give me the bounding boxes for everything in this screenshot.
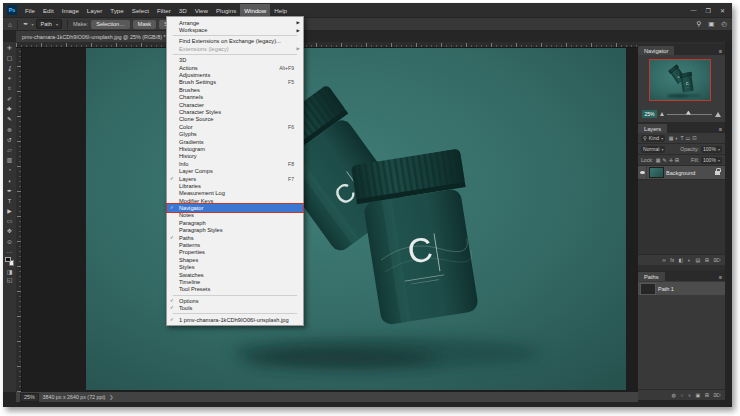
- pen-tool-icon[interactable]: ✒: [3, 186, 16, 196]
- share-icon[interactable]: ◴: [721, 20, 727, 28]
- lock-artboard-icon[interactable]: ⊞: [674, 157, 679, 163]
- link-layers-icon[interactable]: ∞: [662, 257, 667, 263]
- window-menu-item-brush-settings[interactable]: Brush SettingsF5: [167, 79, 303, 86]
- close-icon[interactable]: ✕: [720, 7, 725, 14]
- adjustment-filter-icon[interactable]: ◐: [675, 135, 679, 141]
- window-menu-item-1-pmv-chamara-1kcdh9io06i-unsplash-jpg[interactable]: ✓1 pmv-chamara-1kCDh9IO06I-unsplash.jpg: [167, 316, 303, 323]
- menubar-item-filter[interactable]: Filter: [153, 4, 175, 16]
- window-menu-item-shapes[interactable]: Shapes: [167, 256, 303, 263]
- workspace-switcher-icon[interactable]: ▣: [708, 20, 714, 28]
- eraser-tool-icon[interactable]: ▱: [3, 145, 16, 155]
- minimize-icon[interactable]: —: [691, 7, 697, 14]
- button-mask[interactable]: Mask: [133, 20, 156, 29]
- fill-path-icon[interactable]: ◍: [671, 392, 676, 398]
- panel-menu-icon[interactable]: ≡: [719, 274, 725, 281]
- window-menu-item-styles[interactable]: Styles: [167, 264, 303, 271]
- menubar-item-edit[interactable]: Edit: [39, 4, 58, 16]
- fill-value[interactable]: 100%▾: [701, 157, 722, 164]
- lock-transparency-icon[interactable]: ▦: [655, 157, 661, 163]
- window-menu-item-measurement-log[interactable]: Measurement Log: [167, 190, 303, 197]
- window-menu-item-modifier-keys[interactable]: Modifier Keys: [167, 197, 303, 204]
- menubar-item-plugins[interactable]: Plugins: [212, 4, 240, 16]
- history-brush-tool-icon[interactable]: ↺: [3, 135, 16, 145]
- layer-group-icon[interactable]: ▤: [695, 257, 701, 263]
- status-zoom-field[interactable]: 25%: [20, 393, 39, 402]
- quick-mask-icon[interactable]: ◨: [3, 268, 16, 276]
- paths-tab[interactable]: Paths: [638, 272, 665, 282]
- menubar-item-type[interactable]: Type: [106, 4, 127, 16]
- layers-tab[interactable]: Layers: [638, 124, 667, 134]
- panel-menu-icon[interactable]: ≡: [719, 126, 725, 133]
- delete-layer-icon[interactable]: ⌦: [713, 257, 721, 263]
- object-selection-tool-icon[interactable]: ⌖: [3, 74, 16, 84]
- layer-thumbnail[interactable]: [650, 168, 663, 177]
- pen-tool-icon[interactable]: ✒: [23, 20, 28, 28]
- lock-pixels-icon[interactable]: ✎: [662, 157, 667, 163]
- menubar-item-view[interactable]: View: [191, 4, 212, 16]
- home-icon[interactable]: ⌂: [8, 21, 12, 28]
- menubar-item-select[interactable]: Select: [128, 4, 153, 16]
- screen-mode-icon[interactable]: ◱: [3, 276, 16, 284]
- window-menu-item-navigator[interactable]: ✓Navigator: [167, 204, 303, 211]
- window-menu-item-workspace[interactable]: Workspace▶: [167, 26, 303, 33]
- menubar-item-help[interactable]: Help: [270, 4, 291, 16]
- window-menu-item-timeline[interactable]: Timeline: [167, 278, 303, 285]
- foreground-background-colors[interactable]: [5, 257, 14, 266]
- new-path-icon[interactable]: ⊞: [704, 392, 709, 398]
- smart-object-filter-icon[interactable]: ⊡: [692, 135, 697, 141]
- shape-filter-icon[interactable]: ▭: [685, 135, 691, 141]
- edit-toolbar-icon[interactable]: …: [3, 247, 16, 255]
- shape-tool-icon[interactable]: ▭: [3, 216, 16, 226]
- window-menu-item-layer-comps[interactable]: Layer Comps: [167, 167, 303, 174]
- window-menu-item-layers[interactable]: ✓LayersF7: [167, 175, 303, 182]
- zoom-tool-icon[interactable]: ⊙: [3, 237, 16, 247]
- window-menu-item-extensions-legacy[interactable]: Extensions (legacy)▶: [167, 45, 303, 52]
- window-menu-item-paragraph-styles[interactable]: Paragraph Styles: [167, 227, 303, 234]
- move-tool-icon[interactable]: ✛: [3, 43, 16, 53]
- panel-menu-icon[interactable]: ≡: [719, 48, 725, 55]
- eyedropper-tool-icon[interactable]: ✐: [3, 94, 16, 104]
- lock-position-icon[interactable]: ✛: [668, 157, 673, 163]
- status-chevron-icon[interactable]: ❯: [109, 394, 113, 400]
- tool-mode-select[interactable]: Path▾: [36, 19, 62, 29]
- slider-thumb[interactable]: [686, 111, 691, 115]
- layer-effects-icon[interactable]: fx: [670, 257, 675, 263]
- window-menu-item-info[interactable]: InfoF8: [167, 160, 303, 167]
- window-menu-item-paragraph[interactable]: Paragraph: [167, 219, 303, 226]
- path-selection-tool-icon[interactable]: ▶: [3, 206, 16, 216]
- zoom-in-icon[interactable]: [715, 112, 721, 117]
- window-menu-item-histogram[interactable]: Histogram: [167, 145, 303, 152]
- window-menu-item-clone-source[interactable]: Clone Source: [167, 116, 303, 123]
- dodge-tool-icon[interactable]: ◖: [3, 175, 16, 185]
- lasso-tool-icon[interactable]: ʆ: [3, 63, 16, 73]
- navigator-zoom-slider[interactable]: [667, 114, 712, 115]
- layer-row-background[interactable]: Background: [638, 166, 725, 180]
- crop-tool-icon[interactable]: ⌗: [3, 84, 16, 94]
- navigator-preview[interactable]: [649, 59, 711, 101]
- menubar-item-image[interactable]: Image: [58, 4, 83, 16]
- window-menu-item-color[interactable]: ColorF6: [167, 123, 303, 130]
- window-menu-item-notes[interactable]: Notes: [167, 212, 303, 219]
- stroke-path-icon[interactable]: ○: [680, 392, 684, 398]
- layer-mask-icon[interactable]: ◧: [678, 257, 684, 263]
- delete-path-icon[interactable]: ⌦: [713, 392, 721, 398]
- blur-tool-icon[interactable]: ◔: [3, 165, 16, 175]
- adjustment-layer-icon[interactable]: ◐: [687, 257, 691, 263]
- healing-brush-tool-icon[interactable]: ✚: [3, 104, 16, 114]
- window-menu-item-character-styles[interactable]: Character Styles: [167, 108, 303, 115]
- window-menu-item-3d[interactable]: 3D: [167, 57, 303, 64]
- window-menu-item-patterns[interactable]: Patterns: [167, 241, 303, 248]
- menubar-item-layer[interactable]: Layer: [83, 4, 106, 16]
- path-row[interactable]: Path 1: [638, 282, 725, 295]
- menubar-item-file[interactable]: File: [21, 4, 39, 16]
- chevron-down-icon[interactable]: ▾: [31, 22, 33, 27]
- window-menu-item-libraries[interactable]: Libraries: [167, 182, 303, 189]
- navigator-tab[interactable]: Navigator: [638, 46, 674, 56]
- blend-mode-select[interactable]: Normal▾: [641, 146, 665, 153]
- hand-tool-icon[interactable]: ✥: [3, 226, 16, 236]
- window-menu-item-paths[interactable]: ✓Paths: [167, 234, 303, 241]
- foreground-color-swatch[interactable]: [5, 257, 11, 263]
- window-menu-item-character[interactable]: Character: [167, 101, 303, 108]
- window-menu-item-tool-presets[interactable]: Tool Presets: [167, 286, 303, 293]
- zoom-out-icon[interactable]: [660, 112, 664, 116]
